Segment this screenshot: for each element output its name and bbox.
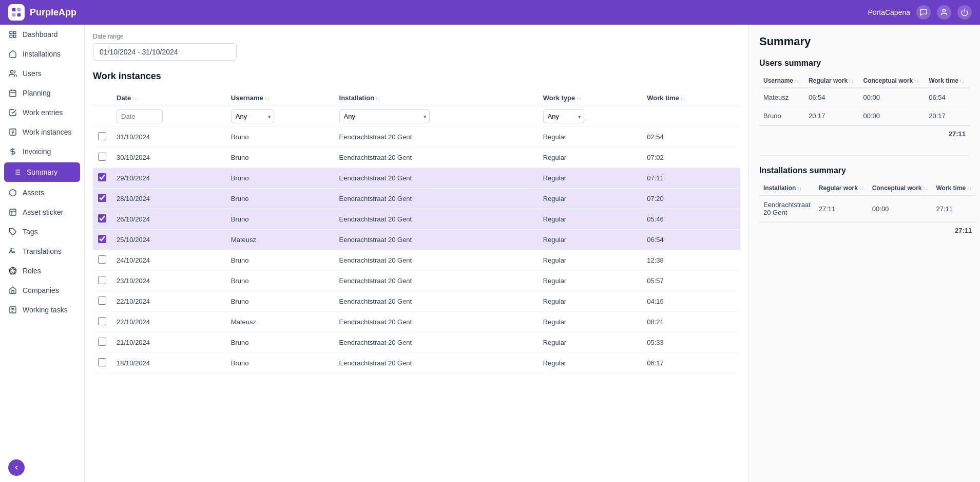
inst-col-work-time[interactable]: Work time↑↓	[932, 181, 976, 195]
inst-col-regular-work[interactable]: Regular work↑↓	[815, 181, 868, 195]
svg-point-10	[10, 70, 13, 73]
messages-icon[interactable]	[916, 5, 931, 20]
row-installation-6: Eendrachtstraat 20 Gent	[334, 250, 538, 271]
topnav-right: PortaCapena	[868, 5, 972, 20]
sidebar-item-tags[interactable]: Tags	[0, 222, 84, 242]
row-installation-2: Eendrachtstraat 20 Gent	[334, 168, 538, 189]
sidebar-item-installations[interactable]: Installations	[0, 44, 84, 64]
sidebar-item-translations[interactable]: Translations	[0, 242, 84, 261]
row-checkbox-cell-10	[93, 332, 111, 353]
sidebar-item-work-entries[interactable]: Work entries	[0, 103, 84, 122]
row-work-type-4: Regular	[538, 209, 642, 230]
row-username-3: Bruno	[226, 189, 334, 209]
row-checkbox-7[interactable]	[98, 276, 106, 284]
row-work-time-1: 07:02	[642, 147, 740, 168]
row-work-time-5: 06:54	[642, 230, 740, 250]
row-checkbox-cell-11	[93, 353, 111, 374]
col-header-work-time[interactable]: Work time↑↓	[642, 90, 740, 106]
row-work-type-0: Regular	[538, 127, 642, 147]
installations-total-label	[759, 222, 932, 239]
table-row: 18/10/2024 Bruno Eendrachtstraat 20 Gent…	[93, 353, 740, 374]
row-checkbox-10[interactable]	[98, 338, 106, 346]
row-checkbox-2[interactable]	[98, 173, 106, 181]
installation-filter-select[interactable]: Any Eendrachtstraat 20 Gent	[339, 109, 430, 123]
users-col-conceptual-work[interactable]: Conceptual work↑↓	[859, 74, 925, 88]
row-work-time-7: 05:57	[642, 271, 740, 291]
row-installation-11: Eendrachtstraat 20 Gent	[334, 353, 538, 374]
sidebar-label-translations: Translations	[23, 247, 62, 255]
sidebar-item-dashboard[interactable]: Dashboard	[0, 25, 84, 44]
sidebar-item-summary[interactable]: Summary	[4, 162, 80, 182]
row-username-8: Bruno	[226, 291, 334, 312]
sidebar-collapse-button[interactable]	[8, 459, 25, 476]
row-checkbox-cell-2	[93, 168, 111, 189]
sidebar-item-asset-sticker[interactable]: Asset sticker	[0, 202, 84, 222]
users-total-value: 27:11	[925, 125, 970, 143]
row-username-1: Bruno	[226, 147, 334, 168]
sidebar-item-roles[interactable]: Roles	[0, 261, 84, 281]
users-summary-header: Username↑↓ Regular work↑↓ Conceptual wor…	[759, 74, 970, 88]
date-filter-input[interactable]	[117, 109, 163, 123]
row-checkbox-11[interactable]	[98, 358, 106, 366]
select-all-header	[93, 90, 111, 106]
row-checkbox-5[interactable]	[98, 235, 106, 243]
users-col-work-time[interactable]: Work time↑↓	[925, 74, 970, 88]
users-col-regular-work[interactable]: Regular work↑↓	[804, 74, 859, 88]
users-total-label	[759, 125, 925, 143]
table-row: 31/10/2024 Bruno Eendrachtstraat 20 Gent…	[93, 127, 740, 147]
date-range-label: Date range	[93, 33, 740, 40]
row-checkbox-8[interactable]	[98, 296, 106, 305]
sidebar-item-planning[interactable]: Planning	[0, 83, 84, 103]
installations-icon	[8, 49, 17, 59]
row-checkbox-1[interactable]	[98, 153, 106, 161]
inst-col-conceptual-work[interactable]: Conceptual work↑↓	[868, 181, 932, 195]
sidebar-item-invoicing[interactable]: Invoicing	[0, 142, 84, 161]
users-summary-body: Mateusz 06:54 00:00 06:54 Bruno 20:17 00…	[759, 88, 970, 125]
row-checkbox-0[interactable]	[98, 132, 106, 140]
inst-col-installation[interactable]: Installation↑↓	[759, 181, 815, 195]
sidebar-item-users[interactable]: Users	[0, 64, 84, 83]
sidebar-label-companies: Companies	[23, 286, 59, 294]
sidebar-item-working-tasks[interactable]: Working tasks	[0, 300, 84, 320]
row-installation-9: Eendrachtstraat 20 Gent	[334, 312, 538, 332]
col-header-installation[interactable]: Installation↑↓	[334, 90, 538, 106]
row-work-time-10: 05:33	[642, 332, 740, 353]
row-checkbox-6[interactable]	[98, 255, 106, 264]
sidebar-item-work-instances[interactable]: Work instances	[0, 122, 84, 142]
table-row: 21/10/2024 Bruno Eendrachtstraat 20 Gent…	[93, 332, 740, 353]
row-checkbox-cell-4	[93, 209, 111, 230]
username-filter-select[interactable]: Any Bruno Mateusz	[231, 109, 274, 123]
date-range-input[interactable]	[93, 43, 237, 61]
row-checkbox-4[interactable]	[98, 214, 106, 223]
user-icon[interactable]	[937, 5, 951, 20]
table-header-row: Date↑↓ Username↑↓ Installation↑↓ Work ty…	[93, 90, 740, 106]
svg-point-4	[943, 9, 945, 12]
users-summary-title: Users summary	[759, 59, 970, 68]
col-header-username[interactable]: Username↑↓	[226, 90, 334, 106]
installations-summary-row: Eendrachtstraat 20 Gent 27:11 00:00 27:1…	[759, 195, 976, 222]
svg-rect-1	[17, 8, 21, 12]
usum-username-1: Bruno	[759, 107, 804, 126]
row-checkbox-3[interactable]	[98, 194, 106, 202]
users-col-username[interactable]: Username↑↓	[759, 74, 804, 88]
companies-icon	[8, 286, 17, 295]
topnav-username: PortaCapena	[868, 8, 910, 16]
row-checkbox-cell-8	[93, 291, 111, 312]
sidebar-item-companies[interactable]: Companies	[0, 281, 84, 300]
col-header-work-type[interactable]: Work type↑↓	[538, 90, 642, 106]
table-row: 28/10/2024 Bruno Eendrachtstraat 20 Gent…	[93, 189, 740, 209]
row-username-4: Bruno	[226, 209, 334, 230]
svg-rect-7	[13, 31, 16, 34]
svg-rect-9	[13, 35, 16, 38]
col-header-date[interactable]: Date↑↓	[111, 90, 226, 106]
row-work-time-2: 07:11	[642, 168, 740, 189]
installations-summary-table: Installation↑↓ Regular work↑↓ Conceptual…	[759, 181, 976, 239]
installations-summary-body: Eendrachtstraat 20 Gent 27:11 00:00 27:1…	[759, 195, 976, 222]
work-type-filter-select[interactable]: Any Regular	[543, 109, 584, 123]
row-checkbox-9[interactable]	[98, 317, 106, 325]
row-date-1: 30/10/2024	[111, 147, 226, 168]
row-username-2: Bruno	[226, 168, 334, 189]
users-summary-table: Username↑↓ Regular work↑↓ Conceptual wor…	[759, 74, 970, 143]
power-icon[interactable]	[957, 5, 972, 20]
sidebar-item-assets[interactable]: Assets	[0, 183, 84, 202]
